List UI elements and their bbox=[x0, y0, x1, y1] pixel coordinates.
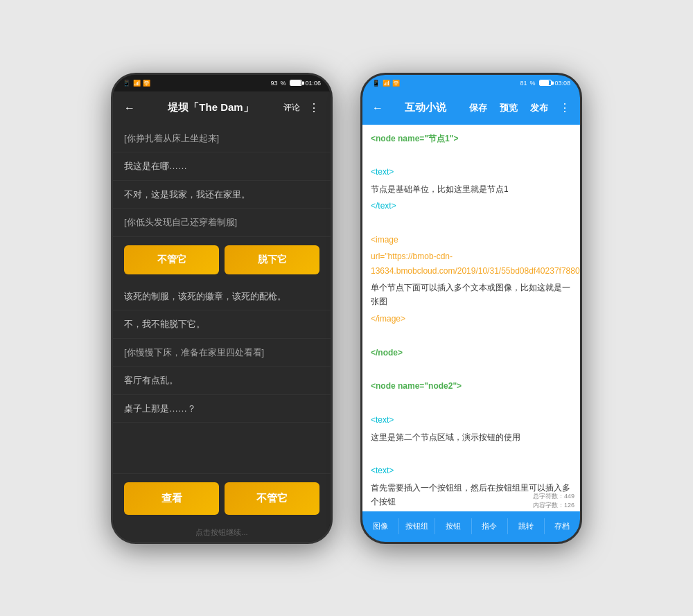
choice-row: 不管它 脱下它 bbox=[113, 237, 331, 283]
story-content: [你挣扎着从床上坐起来] 我这是在哪…… 不对，这是我家，我还在家里。 [你低头… bbox=[113, 125, 331, 473]
back-button-1[interactable]: ← bbox=[121, 99, 138, 117]
toolbar-btn-btngroup[interactable]: 按钮组 bbox=[399, 518, 436, 534]
xml-line: <text> bbox=[371, 165, 572, 179]
xml-line bbox=[371, 328, 572, 342]
phone-2: 📱 📶 🛜 81% 03:08 ← 互动小说 保存 预览 发布 ⋮ <node … bbox=[360, 73, 582, 544]
xml-line: 这里是第二个节点区域，演示按钮的使用 bbox=[371, 430, 572, 444]
story-text: 不对，这是我家，我还在家里。 bbox=[124, 189, 250, 200]
time-2: 03:08 bbox=[554, 80, 570, 87]
xml-line: </text> bbox=[371, 199, 572, 213]
xml-line bbox=[371, 215, 572, 229]
xml-line: </image> bbox=[371, 312, 572, 326]
page-title-2: 互动小说 bbox=[390, 101, 461, 114]
save-button[interactable]: 保存 bbox=[465, 99, 491, 117]
xml-line: 节点是基础单位，比如这里就是节点1 bbox=[371, 182, 572, 196]
xml-line: <text> bbox=[371, 464, 572, 477]
list-item: [你慢慢下床，准备在家里四处看看] bbox=[113, 339, 331, 367]
xml-editor[interactable]: <node name="节点1"> <text> 节点是基础单位，比如这里就是节… bbox=[362, 125, 580, 511]
status-right-1: 93% 01:06 bbox=[270, 80, 321, 87]
xml-line: <node name="节点1"> bbox=[371, 132, 572, 146]
toolbar-btn-command[interactable]: 指令 bbox=[472, 518, 509, 534]
list-item: 我这是在哪…… bbox=[113, 152, 331, 181]
list-item: 该死的制服，该死的徽章，该死的配枪。 bbox=[113, 283, 331, 311]
toolbar-btn-save[interactable]: 存档 bbox=[545, 518, 581, 534]
total-char-value: 449 bbox=[564, 493, 574, 500]
total-char-label: 总字符数： bbox=[533, 493, 564, 500]
app-bar-2: ← 互动小说 保存 预览 发布 ⋮ bbox=[362, 91, 580, 125]
comment-button[interactable]: 评论 bbox=[283, 102, 300, 114]
xml-line bbox=[371, 148, 572, 162]
status-left-1: 📱 📶 🛜 bbox=[123, 80, 151, 87]
status-bar-2: 📱 📶 🛜 81% 03:08 bbox=[362, 75, 580, 91]
toolbar-btn-btn[interactable]: 按钮 bbox=[435, 518, 472, 534]
action-button-ignore[interactable]: 不管它 bbox=[225, 482, 319, 515]
xml-line: 单个节点下面可以插入多个文本或图像，比如这就是一张图 bbox=[371, 281, 572, 309]
page-title-1: 堤坝「The Dam」 bbox=[143, 101, 278, 114]
status-right-2: 81% 03:08 bbox=[520, 80, 570, 87]
battery-pct-2: 81 bbox=[520, 80, 527, 87]
toolbar-btn-image[interactable]: 图像 bbox=[362, 518, 399, 534]
preview-button[interactable]: 预览 bbox=[495, 99, 522, 117]
xml-line: url="https://bmob-cdn-13634.bmobcloud.co… bbox=[371, 249, 572, 278]
action-button-look[interactable]: 查看 bbox=[124, 482, 219, 515]
char-count: 总字符数：449 内容字数：126 bbox=[533, 492, 574, 511]
choice-button-1[interactable]: 不管它 bbox=[124, 245, 219, 274]
status-left-2: 📱 📶 🛜 bbox=[372, 80, 401, 87]
xml-line: </node> bbox=[371, 346, 572, 360]
toolbar-btn-jump[interactable]: 跳转 bbox=[508, 518, 545, 534]
xml-line bbox=[371, 447, 572, 461]
story-text: 客厅有点乱。 bbox=[124, 375, 178, 385]
bottom-toolbar: 总字符数：449 内容字数：126 图像 按钮组 按钮 指令 跳转 存档 bbox=[362, 511, 580, 542]
list-item: 桌子上那是……？ bbox=[113, 395, 331, 423]
story-text: 不，我不能脱下它。 bbox=[124, 319, 205, 329]
choice-button-2[interactable]: 脱下它 bbox=[225, 245, 319, 274]
story-text: [你慢慢下床，准备在家里四处看看] bbox=[124, 347, 264, 358]
hint-text: 点击按钮继续... bbox=[113, 523, 331, 542]
app-bar-1: ← 堤坝「The Dam」 评论 ⋮ bbox=[113, 91, 331, 125]
bottom-actions: 查看 不管它 bbox=[113, 473, 331, 523]
phone-1: 📱 📶 🛜 93% 01:06 ← 堤坝「The Dam」 评论 ⋮ [你挣扎着… bbox=[111, 73, 333, 544]
story-text: [你挣扎着从床上坐起来] bbox=[124, 133, 219, 143]
content-char-label: 内容字数： bbox=[533, 502, 564, 509]
content-char-value: 126 bbox=[564, 502, 574, 509]
battery-icon-2 bbox=[539, 80, 552, 86]
battery-pct-1: 93 bbox=[270, 80, 277, 87]
story-text: [你低头发现自己还穿着制服] bbox=[124, 217, 237, 227]
xml-line: <node name="node2"> bbox=[371, 379, 572, 393]
story-text: 该死的制服，该死的徽章，该死的配枪。 bbox=[124, 291, 286, 301]
list-item: 客厅有点乱。 bbox=[113, 367, 331, 395]
list-item: [你挣扎着从床上坐起来] bbox=[113, 125, 331, 153]
xml-line: <text> bbox=[371, 413, 572, 427]
publish-button[interactable]: 发布 bbox=[526, 99, 552, 117]
battery-icon-1 bbox=[290, 80, 302, 86]
back-button-2[interactable]: ← bbox=[369, 99, 386, 117]
more-button-2[interactable]: ⋮ bbox=[556, 98, 573, 117]
xml-line bbox=[371, 362, 572, 376]
more-button-1[interactable]: ⋮ bbox=[306, 98, 322, 117]
story-text: 桌子上那是……？ bbox=[124, 403, 196, 414]
time-1: 01:06 bbox=[305, 80, 321, 87]
story-text: 我这是在哪…… bbox=[124, 161, 187, 171]
xml-line: <image bbox=[371, 233, 572, 247]
list-item: 不对，这是我家，我还在家里。 bbox=[113, 181, 331, 209]
list-item: [你低头发现自己还穿着制服] bbox=[113, 209, 331, 237]
list-item: 不，我不能脱下它。 bbox=[113, 310, 331, 339]
status-bar-1: 📱 📶 🛜 93% 01:06 bbox=[113, 75, 331, 91]
xml-line bbox=[371, 396, 572, 410]
